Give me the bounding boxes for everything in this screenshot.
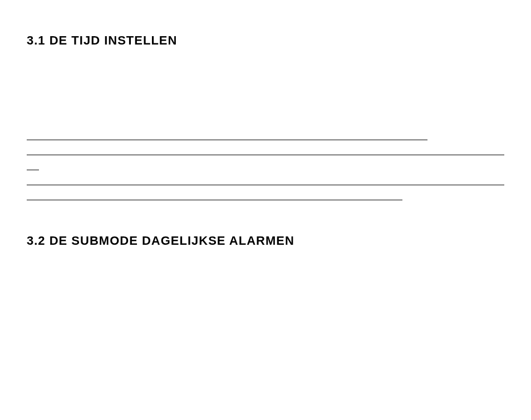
content-line [27, 200, 402, 200]
content-line [27, 170, 39, 170]
section-heading-3-1: 3.1 DE TIJD INSTELLEN [27, 33, 504, 48]
section-heading-3-2: 3.2 DE SUBMODE DAGELIJKSE ALARMEN [27, 234, 504, 248]
content-lines-block [27, 140, 504, 200]
content-line [27, 185, 504, 185]
content-line [27, 155, 504, 155]
content-line [27, 140, 427, 140]
